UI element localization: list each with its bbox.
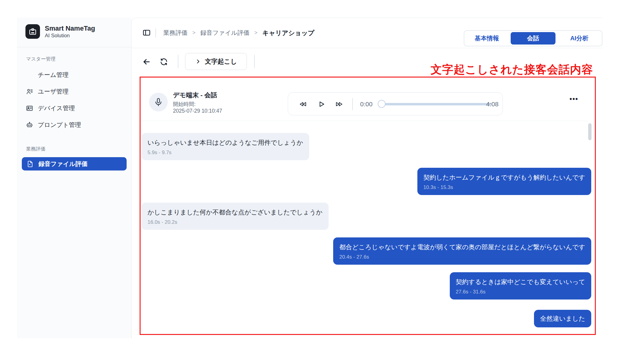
- sidebar-item-device[interactable]: デバイス管理: [26, 101, 75, 115]
- chevron-right-icon: >: [192, 30, 196, 36]
- breadcrumb-item-eval[interactable]: 業務評価: [163, 29, 187, 37]
- back-button[interactable]: [142, 57, 151, 66]
- sidebar: Smart NameTag AI Solution マスター管理 チーム管理 ユ…: [17, 18, 131, 338]
- nametag-badge-icon: [25, 24, 40, 39]
- message-bubble[interactable]: 全然違いました: [534, 310, 591, 327]
- chevron-right-icon: >: [254, 30, 257, 36]
- sidebar-item-label: チーム管理: [38, 71, 68, 79]
- play-icon[interactable]: [317, 100, 326, 108]
- start-time-label: 開始時間:: [173, 101, 196, 108]
- current-time: 0:00: [360, 101, 373, 108]
- sidebar-item-team[interactable]: チーム管理: [26, 68, 68, 81]
- breadcrumb-current: キャリアショップ: [262, 29, 314, 37]
- tab-ai-analysis[interactable]: AI分析: [557, 31, 602, 46]
- panel-toggle-icon[interactable]: [142, 28, 151, 37]
- annotation-label: 文字起こしされた接客会話内容: [431, 62, 593, 77]
- sidebar-item-label: 録音ファイル評価: [38, 160, 88, 168]
- sidebar-item-user[interactable]: ユーザ管理: [26, 85, 68, 98]
- start-time-value: 2025-07-29 10:10:47: [173, 108, 222, 114]
- message-text: 契約するときは家中どこでも変えていいって: [456, 277, 585, 286]
- message-timestamp: 27.6s - 31.6s: [456, 289, 585, 295]
- message-text: 契約したホームファイルｇですがもう解約したいんです: [423, 173, 585, 182]
- app-subtitle: AI Solution: [45, 32, 95, 39]
- message-bubble[interactable]: かしこまりました何か不都合な点がございましたでしょうか 16.0s - 20.2…: [141, 203, 329, 230]
- sidebar-item-recording-eval[interactable]: 録音ファイル評価: [22, 157, 127, 170]
- player-divider: [352, 98, 353, 110]
- breadcrumb: 業務評価 > 録音ファイル評価 > キャリアショップ: [163, 18, 314, 48]
- rewind-icon[interactable]: [298, 100, 307, 108]
- tab-basic-info[interactable]: 基本情報: [464, 31, 509, 46]
- seek-thumb[interactable]: [378, 100, 386, 108]
- message-text: 都合どころじゃないですよ電波が弱くて家の奥の部屋だとほとんど繋がらないんです: [339, 243, 585, 252]
- fast-forward-icon[interactable]: [335, 100, 344, 108]
- user-icon: [26, 88, 33, 95]
- app-logo: Smart NameTag AI Solution: [25, 24, 95, 39]
- audio-player: 0:00 4:08: [288, 92, 503, 115]
- message-text: 全然違いました: [540, 314, 585, 323]
- sidebar-item-prompt[interactable]: プロンプト管理: [26, 118, 81, 131]
- audio-file-icon: [26, 160, 34, 168]
- app-root: Smart NameTag AI Solution マスター管理 チーム管理 ユ…: [0, 0, 630, 364]
- app-name: Smart NameTag: [45, 25, 95, 32]
- tab-conversation[interactable]: 会話: [511, 32, 556, 45]
- message-timestamp: 20.4s - 27.6s: [339, 254, 585, 260]
- message-bubble[interactable]: 都合どころじゃないですよ電波が弱くて家の奥の部屋だとほとんど繋がらないんです 2…: [333, 237, 591, 265]
- sidebar-section-master: マスター管理: [26, 56, 55, 62]
- message-bubble[interactable]: 契約するときは家中どこでも変えていいって 27.6s - 31.6s: [450, 272, 591, 299]
- message-text: かしこまりました何か不都合な点がございましたでしょうか: [148, 208, 323, 217]
- panel-header: 業務評価 > 録音ファイル評価 > キャリアショップ 基本情報 会話 AI分析: [132, 18, 603, 48]
- sidebar-divider: [17, 47, 131, 47]
- microphone-icon: [149, 93, 168, 111]
- message-timestamp: 16.0s - 20.2s: [148, 219, 323, 225]
- toolbar-divider: [254, 55, 255, 68]
- transcribe-button[interactable]: 文字起こし: [185, 53, 247, 70]
- recording-title: デモ端末 - 会話: [173, 91, 217, 99]
- sidebar-item-label: ユーザ管理: [38, 88, 68, 96]
- content-panel: 業務評価 > 録音ファイル評価 > キャリアショップ 基本情報 会話 AI分析: [131, 18, 603, 339]
- message-bubble[interactable]: いらっしゃいませ本日はどのようなご用件でしょうか 5.9s - 9.7s: [141, 133, 309, 160]
- header-divider: [155, 28, 156, 38]
- message-list: いらっしゃいませ本日はどのようなご用件でしょうか 5.9s - 9.7s 契約し…: [141, 121, 591, 332]
- team-icon: [26, 71, 33, 79]
- total-time: 4:08: [486, 101, 499, 108]
- message-text: いらっしゃいませ本日はどのようなご用件でしょうか: [148, 138, 303, 147]
- more-options-icon[interactable]: •••: [567, 94, 581, 104]
- message-timestamp: 10.3s - 15.3s: [423, 184, 585, 190]
- tab-bar: 基本情報 会話 AI分析: [464, 30, 602, 46]
- conversation-card: デモ端末 - 会話 開始時間: 2025-07-29 10:10:47: [141, 78, 593, 332]
- refresh-button[interactable]: [160, 58, 168, 66]
- message-bubble[interactable]: 契約したホームファイルｇですがもう解約したいんです 10.3s - 15.3s: [417, 168, 591, 195]
- sidebar-section-eval: 業務評価: [26, 146, 45, 152]
- device-icon: [26, 104, 33, 112]
- seek-track[interactable]: [384, 103, 492, 105]
- breadcrumb-item-recording[interactable]: 録音ファイル評価: [201, 29, 250, 37]
- chevron-right-icon: [195, 58, 201, 65]
- message-timestamp: 5.9s - 9.7s: [148, 150, 303, 156]
- sidebar-item-label: プロンプト管理: [38, 121, 81, 129]
- prompt-icon: [26, 121, 33, 129]
- transcribe-label: 文字起こし: [205, 57, 237, 66]
- sidebar-item-label: デバイス管理: [38, 104, 75, 112]
- toolbar-divider: [178, 55, 178, 68]
